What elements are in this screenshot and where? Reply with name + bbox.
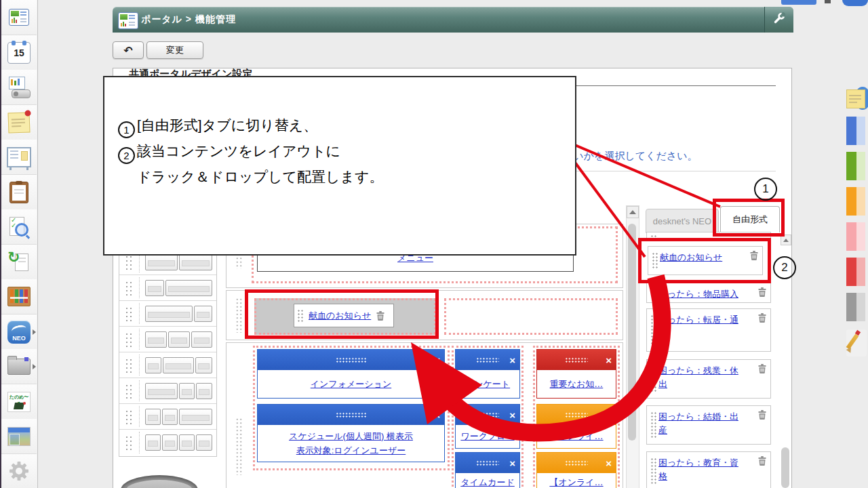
portlet-header[interactable]: × [456, 405, 519, 425]
drag-dots-icon[interactable] [565, 357, 588, 363]
color-swatch-pink[interactable] [846, 222, 865, 251]
trash-icon[interactable] [758, 456, 766, 466]
sidebar-item-bookshelf[interactable] [1, 279, 37, 314]
scrollbar-thumb[interactable] [628, 224, 636, 441]
drag-dots-icon[interactable] [336, 412, 367, 418]
layout-template-row[interactable] [119, 430, 216, 455]
settings-wrench-button[interactable] [764, 7, 793, 33]
drag-handle-icon[interactable] [125, 281, 134, 296]
drag-dots-icon[interactable] [336, 357, 367, 363]
content-item-link[interactable]: 困ったら：転居・通勤 [658, 313, 746, 340]
drag-dots-icon[interactable] [476, 412, 499, 418]
expand-arrow-icon[interactable] [33, 329, 36, 335]
portlet-link[interactable]: インフォメーション [311, 378, 391, 390]
drag-handle-icon[interactable] [125, 435, 134, 450]
layout-template-row[interactable] [119, 301, 216, 327]
portlet-header[interactable]: × [258, 405, 444, 425]
content-item[interactable]: 困ったら：結婚・出産 [646, 405, 771, 445]
list-scroll-up-button[interactable] [781, 235, 791, 245]
content-item[interactable]: 困ったら：残業・休出 [646, 359, 771, 399]
portlet-header[interactable]: × [537, 405, 616, 425]
row-drag-handle-icon[interactable] [235, 298, 243, 333]
portlet-link[interactable]: タイムカード [460, 476, 515, 488]
content-item[interactable]: 困ったら：教育・資格 [646, 451, 771, 488]
tab-desknets-neo[interactable]: desknet's NEO [646, 209, 719, 233]
portlet-link[interactable]: 重要なお知… [550, 378, 604, 390]
drag-dots-icon[interactable] [476, 357, 499, 363]
sidebar-item-folder[interactable] [1, 349, 37, 384]
drag-dots-icon[interactable] [476, 460, 499, 466]
content-item[interactable]: 献血のお知らせ [648, 246, 763, 275]
content-item-link[interactable]: 困ったら：物品購入 [658, 287, 746, 301]
drag-dots-icon[interactable] [565, 412, 588, 418]
trash-icon[interactable] [376, 311, 384, 321]
portlet-header[interactable]: × [456, 453, 519, 473]
row-drag-handle-icon[interactable] [235, 418, 243, 475]
sidebar-item-tanomeru[interactable]: たのめ〜る [1, 384, 37, 420]
layout-template-row[interactable] [119, 352, 216, 378]
portlet-link[interactable]: 【オンライ… [549, 476, 603, 488]
scroll-up-button[interactable] [627, 206, 639, 218]
drag-handle-icon[interactable] [125, 358, 134, 373]
trash-icon[interactable] [758, 364, 766, 373]
sidebar-item-banner[interactable] [1, 419, 37, 454]
sidebar-item-inspection[interactable]: ✓ ✓ [1, 209, 37, 245]
content-item-link[interactable]: 献血のお知らせ [660, 251, 743, 264]
sidebar-item-neo[interactable]: NEO [1, 314, 37, 350]
color-swatch-red[interactable] [846, 258, 865, 286]
portlet-link[interactable]: アンケート [465, 378, 510, 390]
portlet-header[interactable]: × [258, 350, 444, 370]
close-icon[interactable]: × [509, 355, 515, 365]
back-button[interactable]: ↶ [113, 41, 144, 59]
content-item-partial[interactable] [646, 232, 771, 241]
trash-icon[interactable] [758, 410, 766, 420]
layout-template-row[interactable] [119, 275, 216, 301]
drag-handle-icon[interactable] [125, 332, 134, 347]
sidebar-item-clipboard[interactable] [1, 175, 37, 210]
drag-handle-icon[interactable] [125, 306, 134, 321]
portlet-header[interactable]: × [537, 350, 616, 370]
sidebar-item-memo[interactable] [1, 105, 37, 140]
pencil-edit-icon[interactable] [846, 329, 867, 357]
list-scrollbar-thumb[interactable] [781, 447, 789, 488]
trash-icon[interactable] [758, 313, 766, 323]
portlet-link[interactable]: ワークフロー [460, 430, 514, 443]
change-button[interactable]: 変更 [146, 41, 203, 59]
close-icon[interactable]: × [434, 410, 440, 420]
sidebar-item-portal[interactable] [1, 0, 37, 35]
layout-template-row[interactable] [119, 378, 216, 404]
content-item-link[interactable]: 困ったら：残業・休出 [658, 364, 746, 391]
main-scrollbar[interactable] [626, 205, 639, 488]
close-icon[interactable]: × [509, 458, 515, 468]
content-item[interactable]: 困ったら：物品購入 [646, 283, 771, 303]
drag-dots-icon[interactable] [565, 460, 588, 466]
sidebar-item-facility[interactable] [1, 70, 37, 105]
content-item-link[interactable]: 困ったら：教育・資格 [658, 456, 746, 483]
portlet-link[interactable]: 【オンライ… [549, 430, 603, 443]
color-swatch-gray[interactable] [846, 293, 865, 321]
dragged-content-item[interactable]: 献血のお知らせ [294, 304, 394, 327]
color-swatch-orange[interactable] [846, 187, 865, 216]
layout-template-row[interactable] [119, 327, 216, 352]
content-item-link[interactable]: 困ったら：結婚・出産 [658, 410, 746, 437]
portlet-header[interactable]: × [456, 350, 519, 370]
close-icon[interactable]: × [606, 355, 612, 365]
trash-icon[interactable] [750, 251, 758, 260]
portlet-link[interactable]: スケジュール(個人週間) 横表示 [289, 430, 413, 443]
sidebar-item-circulation[interactable]: ↻ [1, 245, 37, 280]
color-swatch-green[interactable] [846, 152, 865, 180]
close-icon[interactable]: × [509, 410, 515, 420]
sidebar-item-settings[interactable] [1, 454, 37, 488]
trash-icon[interactable] [758, 287, 766, 297]
close-icon[interactable]: × [606, 458, 612, 468]
sidebar-item-bulletin[interactable] [1, 140, 37, 175]
expand-arrow-icon[interactable] [33, 364, 36, 369]
layout-template-row[interactable] [119, 404, 216, 430]
close-icon[interactable]: × [606, 410, 612, 420]
sticky-note-icon[interactable] [846, 87, 867, 113]
tab-free-format[interactable]: 自由形式 [720, 206, 780, 232]
content-item[interactable]: 困ったら：転居・通勤 [646, 308, 771, 352]
close-icon[interactable]: × [434, 355, 440, 365]
portlet-link-sub[interactable]: 表示対象:ログインユーザー [296, 445, 406, 457]
portlet-header[interactable]: × [537, 453, 616, 473]
